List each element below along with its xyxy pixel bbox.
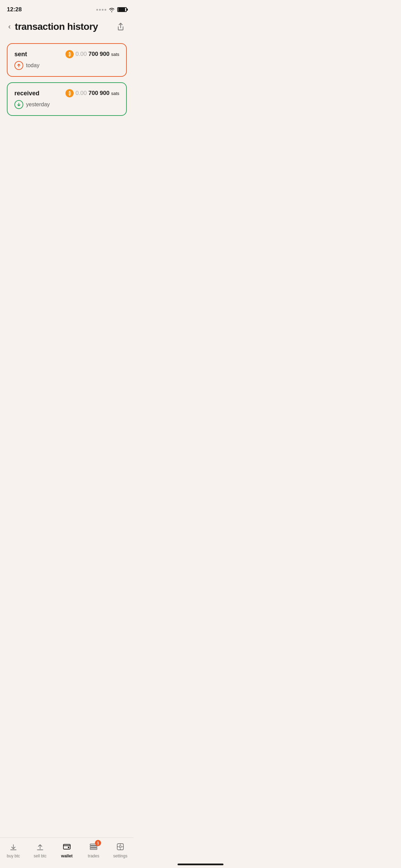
- amount-unit-sent: sats: [111, 52, 119, 57]
- arrow-up-icon: [16, 63, 21, 68]
- transaction-date-received: yesterday: [26, 101, 50, 108]
- signal-dots-icon: [96, 9, 106, 11]
- transaction-top-sent: sent ₿ 0.00 700 900 sats: [14, 50, 119, 58]
- received-direction-icon: [14, 100, 23, 109]
- share-button[interactable]: [114, 21, 127, 33]
- transaction-type-received: received: [14, 90, 39, 97]
- header: ‹ transaction history: [0, 17, 134, 40]
- amount-unit-received: sats: [111, 91, 119, 96]
- page-title: transaction history: [15, 21, 98, 32]
- sent-direction-icon: [14, 61, 23, 70]
- transaction-card-received[interactable]: received ₿ 0.00 700 900 sats yesterday: [7, 82, 127, 116]
- transaction-date-sent: today: [26, 62, 39, 69]
- arrow-down-icon: [16, 102, 21, 107]
- wifi-icon: [108, 7, 115, 12]
- transactions-container: sent ₿ 0.00 700 900 sats today received: [0, 40, 134, 119]
- btc-icon-sent: ₿: [65, 50, 74, 58]
- amount-text-sent: 0.00 700 900 sats: [75, 51, 119, 58]
- transaction-card-sent[interactable]: sent ₿ 0.00 700 900 sats today: [7, 43, 127, 77]
- back-chevron-icon: ‹: [8, 22, 11, 31]
- transaction-bottom-sent: today: [14, 61, 119, 70]
- btc-icon-received: ₿: [65, 89, 74, 97]
- status-time: 12:28: [7, 6, 22, 13]
- transaction-bottom-received: yesterday: [14, 100, 119, 109]
- amount-dim-received: 0.00: [75, 90, 87, 96]
- amount-bold-received: 700 900: [88, 90, 109, 96]
- header-left: ‹ transaction history: [7, 21, 98, 33]
- amount-text-received: 0.00 700 900 sats: [75, 90, 119, 97]
- transaction-top-received: received ₿ 0.00 700 900 sats: [14, 89, 119, 97]
- amount-bold-sent: 700 900: [88, 51, 109, 57]
- transaction-amount-sent: ₿ 0.00 700 900 sats: [65, 50, 119, 58]
- transaction-amount-received: ₿ 0.00 700 900 sats: [65, 89, 119, 97]
- amount-dim-sent: 0.00: [75, 51, 87, 57]
- status-icons: [96, 7, 127, 12]
- back-button[interactable]: ‹: [7, 21, 12, 33]
- share-icon: [116, 22, 125, 32]
- battery-icon: [117, 7, 127, 12]
- status-bar: 12:28: [0, 0, 134, 17]
- transaction-type-sent: sent: [14, 51, 27, 58]
